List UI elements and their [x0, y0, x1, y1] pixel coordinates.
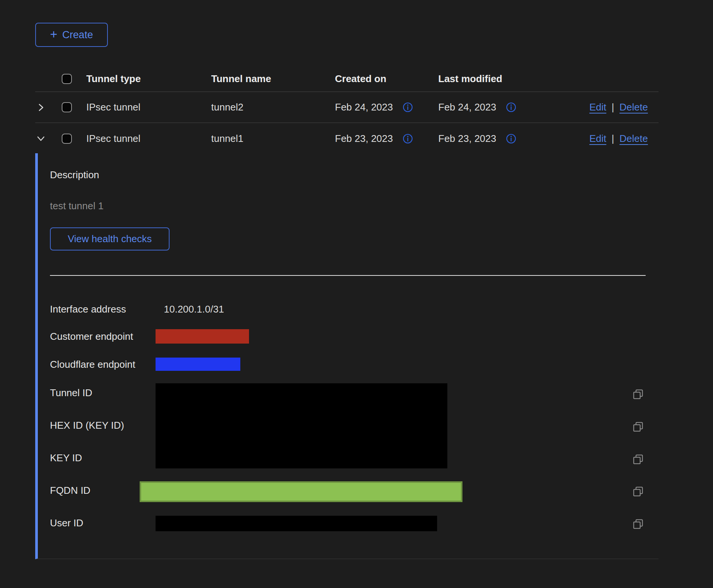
copy-icon: [632, 388, 644, 400]
user-id-label: User ID: [50, 517, 83, 529]
delete-link[interactable]: Delete: [620, 133, 648, 145]
create-button[interactable]: + Create: [35, 23, 108, 47]
plus-icon: +: [50, 28, 57, 40]
create-button-label: Create: [62, 29, 93, 41]
tunnels-table: Tunnel type Tunnel name Created on Last …: [35, 57, 659, 154]
last-modified-cell: Feb 24, 2023: [438, 101, 496, 113]
interface-address-value: 10.200.1.0/31: [164, 303, 224, 315]
chevron-right-icon[interactable]: [35, 102, 47, 113]
cloudflare-endpoint-redaction: [156, 358, 240, 371]
copy-key-id-button[interactable]: [632, 453, 644, 465]
copy-icon: [632, 485, 644, 498]
copy-fqdn-id-button[interactable]: [632, 485, 644, 498]
customer-endpoint-label: Customer endpoint: [50, 330, 133, 342]
fqdn-id-redaction: [140, 481, 462, 502]
table-row-tunnel2: IPsec tunnel tunnel2 Feb 24, 2023 Feb 24…: [35, 92, 659, 123]
tunnel-type-cell: IPsec tunnel: [86, 101, 211, 113]
row-checkbox[interactable]: [62, 102, 72, 112]
edit-link[interactable]: Edit: [589, 133, 606, 145]
chevron-down-icon[interactable]: [35, 133, 47, 144]
section-divider: [50, 275, 646, 276]
copy-icon: [632, 518, 644, 530]
ids-redaction-block: [156, 383, 447, 468]
customer-endpoint-redaction: [156, 329, 249, 344]
tunnel-id-label: Tunnel ID: [50, 387, 92, 399]
actions-separator: |: [612, 133, 614, 145]
info-icon[interactable]: [402, 133, 414, 145]
actions-separator: |: [612, 101, 614, 113]
header-tunnel-type: Tunnel type: [86, 73, 211, 85]
description-label: Description: [50, 169, 99, 181]
copy-user-id-button[interactable]: [632, 518, 644, 530]
copy-icon: [632, 421, 644, 433]
edit-link[interactable]: Edit: [589, 101, 606, 113]
last-modified-cell: Feb 23, 2023: [438, 133, 496, 145]
copy-tunnel-id-button[interactable]: [632, 388, 644, 400]
cloudflare-endpoint-label: Cloudflare endpoint: [50, 358, 135, 370]
created-on-cell: Feb 24, 2023: [335, 101, 393, 113]
info-icon[interactable]: [505, 133, 517, 145]
tunnel-name-cell: tunnel1: [211, 133, 335, 145]
interface-address-label: Interface address: [50, 303, 126, 315]
header-tunnel-name: Tunnel name: [211, 73, 335, 85]
fqdn-id-label: FQDN ID: [50, 484, 90, 496]
copy-hex-id-button[interactable]: [632, 421, 644, 433]
row-checkbox[interactable]: [62, 134, 72, 144]
description-value: test tunnel 1: [50, 200, 104, 212]
info-icon[interactable]: [402, 101, 414, 113]
created-on-cell: Feb 23, 2023: [335, 133, 393, 145]
tunnel-type-cell: IPsec tunnel: [86, 133, 211, 145]
hex-id-label: HEX ID (KEY ID): [50, 419, 124, 431]
table-row-tunnel1: IPsec tunnel tunnel1 Feb 23, 2023 Feb 23…: [35, 123, 659, 154]
tunnel-detail-panel: Description test tunnel 1 View health ch…: [35, 153, 659, 559]
tunnel-name-cell: tunnel2: [211, 101, 335, 113]
user-id-redaction: [156, 516, 437, 531]
view-health-checks-button[interactable]: View health checks: [50, 227, 170, 250]
info-icon[interactable]: [505, 101, 517, 113]
header-last-modified: Last modified: [438, 73, 541, 85]
page: { "colors": { "bg": "#1d1d1d", "accent-b…: [0, 0, 713, 588]
delete-link[interactable]: Delete: [620, 101, 648, 113]
table-header-row: Tunnel type Tunnel name Created on Last …: [35, 57, 659, 92]
select-all-checkbox[interactable]: [62, 74, 72, 84]
key-id-label: KEY ID: [50, 452, 82, 464]
copy-icon: [632, 453, 644, 465]
header-created-on: Created on: [335, 73, 438, 85]
